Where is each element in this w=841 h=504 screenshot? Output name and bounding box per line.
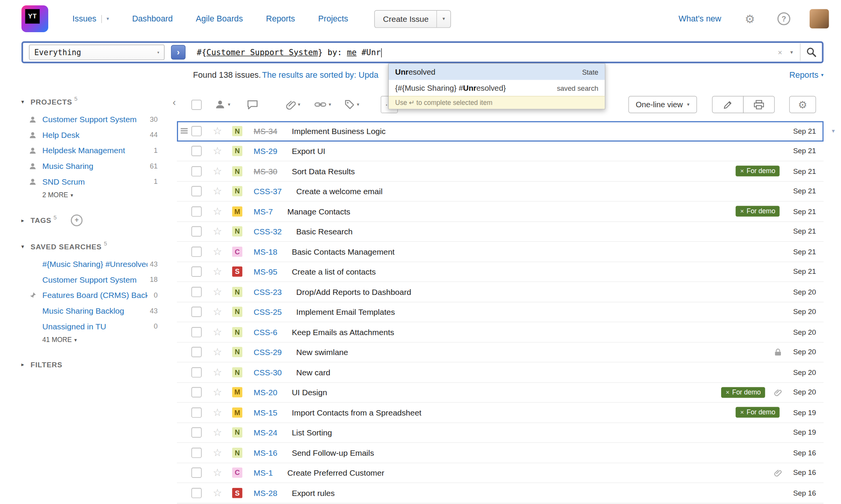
issue-id-link[interactable]: MS-18 bbox=[254, 247, 277, 256]
issue-checkbox[interactable] bbox=[191, 126, 202, 136]
star-icon[interactable]: ☆ bbox=[213, 448, 222, 458]
for-demo-tag[interactable]: × For demo bbox=[736, 407, 779, 418]
issue-row[interactable]: ☆ N CSS-6 Keep Emails as Attachments Sep… bbox=[177, 322, 823, 342]
expand-chevron-icon[interactable]: ▾ bbox=[832, 128, 835, 134]
issue-row[interactable]: ☆ N MS-29 Export UI Sep 21 bbox=[177, 141, 823, 162]
issue-checkbox[interactable] bbox=[191, 307, 202, 317]
issue-checkbox[interactable] bbox=[191, 448, 202, 458]
sidebar-item[interactable]: Customer Support System 30 bbox=[21, 111, 178, 127]
filters-section-header[interactable]: ▸ FILTERS bbox=[21, 360, 178, 369]
sidebar-item[interactable]: Customer Support System 18 bbox=[21, 272, 178, 288]
sidebar-item[interactable]: Help Desk 44 bbox=[21, 127, 178, 143]
issue-title-link[interactable]: Basic Research bbox=[296, 227, 353, 236]
issue-title-link[interactable]: Keep Emails as Attachments bbox=[292, 327, 394, 337]
create-issue-dropdown-caret[interactable]: ▾ bbox=[437, 10, 450, 27]
user-avatar[interactable] bbox=[810, 9, 829, 28]
issue-id-link[interactable]: MS-7 bbox=[254, 207, 273, 216]
star-icon[interactable]: ☆ bbox=[213, 166, 222, 177]
issue-id-link[interactable]: MS-34 bbox=[254, 126, 277, 136]
star-icon[interactable]: ☆ bbox=[213, 468, 222, 478]
sidebar-item[interactable]: Features Board (CRMS) Backlog 0 bbox=[21, 287, 178, 303]
clear-search-icon[interactable]: × bbox=[778, 48, 782, 56]
issue-id-link[interactable]: CSS-25 bbox=[254, 308, 282, 317]
sidebar-collapse-icon[interactable]: ‹ bbox=[173, 98, 176, 107]
issue-id-link[interactable]: MS-20 bbox=[254, 388, 277, 397]
issue-checkbox[interactable] bbox=[191, 186, 202, 196]
issue-id-link[interactable]: MS-29 bbox=[254, 147, 277, 156]
tags-section-header[interactable]: ▸ TAGS 5 + bbox=[21, 216, 178, 225]
issue-checkbox[interactable] bbox=[191, 488, 202, 498]
issue-row[interactable]: ☆ M MS-20 UI Design × For demo Sep 20 bbox=[177, 383, 823, 403]
issue-title-link[interactable]: List Sorting bbox=[292, 428, 332, 437]
nav-item-projects[interactable]: Projects bbox=[318, 14, 348, 23]
reports-dropdown[interactable]: Reports ▾ bbox=[789, 70, 823, 80]
issue-title-link[interactable]: Create Preferred Customer bbox=[287, 468, 384, 478]
search-query-input[interactable]: #{Customer Support System} by: me #Unr bbox=[197, 47, 778, 57]
nav-item-reports[interactable]: Reports bbox=[266, 14, 295, 23]
remove-tag-icon[interactable]: × bbox=[726, 389, 730, 396]
issue-title-link[interactable]: Create a list of contacts bbox=[292, 267, 376, 277]
star-icon[interactable]: ☆ bbox=[213, 347, 222, 357]
print-button[interactable] bbox=[743, 96, 775, 113]
issue-row[interactable]: ☆ N CSS-23 Drop/Add Reports to Dashboard… bbox=[177, 282, 823, 302]
star-icon[interactable]: ☆ bbox=[213, 186, 222, 196]
issue-row[interactable]: ☆ N CSS-29 New swimlane Sep 20 bbox=[177, 342, 823, 363]
issue-checkbox[interactable] bbox=[191, 327, 202, 337]
remove-tag-icon[interactable]: × bbox=[740, 409, 744, 416]
issue-title-link[interactable]: UI Design bbox=[292, 388, 327, 397]
star-icon[interactable]: ☆ bbox=[213, 146, 222, 156]
youtrack-logo[interactable]: YT bbox=[21, 5, 48, 32]
issue-title-link[interactable]: New swimlane bbox=[296, 348, 348, 357]
for-demo-tag[interactable]: × For demo bbox=[736, 206, 779, 217]
for-demo-tag[interactable]: × For demo bbox=[736, 166, 779, 177]
edit-button[interactable] bbox=[712, 96, 744, 113]
issue-checkbox[interactable] bbox=[191, 427, 202, 438]
issue-id-link[interactable]: CSS-30 bbox=[254, 368, 282, 377]
issue-checkbox[interactable] bbox=[191, 166, 202, 177]
issue-id-link[interactable]: MS-15 bbox=[254, 408, 277, 417]
star-icon[interactable]: ☆ bbox=[213, 287, 222, 297]
issue-row[interactable]: ☆ N MS-30 Sort Data Results × For demo S… bbox=[177, 161, 823, 182]
for-demo-tag[interactable]: × For demo bbox=[722, 387, 765, 398]
issue-checkbox[interactable] bbox=[191, 287, 202, 297]
issue-row[interactable]: ☆ C MS-1 Create Preferred Customer Sep 1… bbox=[177, 463, 823, 483]
admin-gear-icon[interactable]: ⚙ bbox=[745, 13, 755, 24]
assignee-tool-button[interactable]: ▾ bbox=[214, 99, 230, 110]
chevron-down-icon[interactable]: ▾ bbox=[790, 49, 793, 55]
issue-checkbox[interactable] bbox=[191, 387, 202, 398]
issue-row[interactable]: ☆ C MS-18 Basic Contacts Management Sep … bbox=[177, 242, 823, 262]
issue-title-link[interactable]: Drop/Add Reports to Dashboard bbox=[296, 287, 411, 296]
issue-checkbox[interactable] bbox=[191, 146, 202, 156]
star-icon[interactable]: ☆ bbox=[213, 126, 222, 136]
issue-title-link[interactable]: Export UI bbox=[292, 147, 326, 156]
issue-id-link[interactable]: MS-95 bbox=[254, 267, 277, 277]
issue-title-link[interactable]: New card bbox=[296, 368, 331, 377]
saved-searches-section-header[interactable]: ▾ SAVED SEARCHES 5 bbox=[21, 242, 178, 251]
star-icon[interactable]: ☆ bbox=[213, 307, 222, 317]
help-icon[interactable]: ? bbox=[777, 12, 790, 25]
issue-id-link[interactable]: CSS-32 bbox=[254, 227, 282, 236]
chevron-down-icon[interactable]: ▾ bbox=[106, 16, 109, 21]
issue-row[interactable]: ☆ N CSS-25 Implement Email Templates Sep… bbox=[177, 302, 823, 322]
issue-title-link[interactable]: Manage Contacts bbox=[287, 207, 350, 216]
issue-checkbox[interactable] bbox=[191, 347, 202, 357]
issue-checkbox[interactable] bbox=[191, 267, 202, 277]
issue-title-link[interactable]: Sort Data Results bbox=[292, 167, 355, 176]
issue-checkbox[interactable] bbox=[191, 206, 202, 217]
issue-checkbox[interactable] bbox=[191, 367, 202, 378]
projects-more-link[interactable]: 2 MORE▼ bbox=[21, 191, 178, 199]
issue-id-link[interactable]: MS-24 bbox=[254, 428, 277, 437]
issue-id-link[interactable]: CSS-37 bbox=[254, 187, 282, 196]
add-tag-button[interactable]: + bbox=[71, 214, 83, 226]
create-issue-button[interactable]: Create Issue ▾ bbox=[375, 10, 451, 28]
issue-row[interactable]: ☆ N MS-16 Send Follow-up Emails Sep 16 bbox=[177, 443, 823, 463]
issue-title-link[interactable]: Send Follow-up Emails bbox=[292, 448, 374, 457]
star-icon[interactable]: ☆ bbox=[213, 387, 222, 398]
star-icon[interactable]: ☆ bbox=[213, 488, 222, 498]
issue-row[interactable]: ☆ N CSS-32 Basic Research Sep 21 bbox=[177, 222, 823, 242]
search-go-button[interactable]: › bbox=[171, 45, 186, 60]
view-mode-dropdown[interactable]: One-line view ▾ bbox=[628, 96, 697, 113]
sort-order-link[interactable]: The results are sorted by: Upda bbox=[262, 70, 378, 80]
issue-row[interactable]: ☆ N CSS-37 Create a welcome email Sep 21 bbox=[177, 182, 823, 201]
link-tool-button[interactable]: ▾ bbox=[314, 99, 331, 110]
